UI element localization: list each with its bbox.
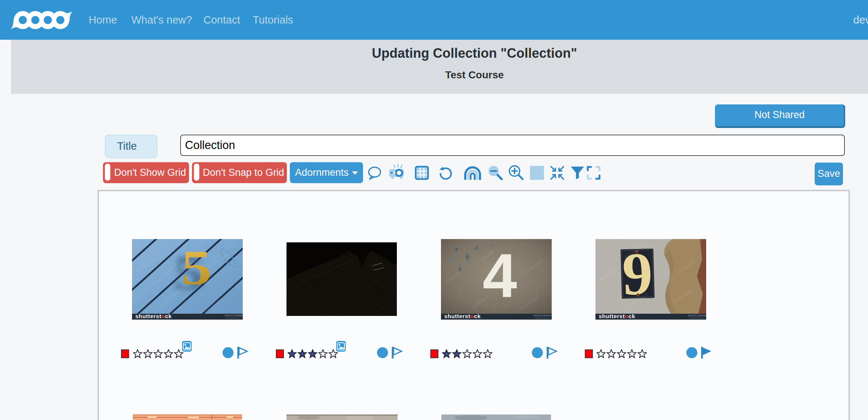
svg-text:IMAGE ID: 225944861: IMAGE ID: 225944861	[688, 314, 706, 317]
svg-text:www.shutterstock.com: www.shutterstock.com	[535, 317, 550, 319]
svg-text:5: 5	[181, 241, 211, 295]
svg-text:shutterstock: shutterstock	[135, 313, 172, 319]
svg-text:www.shutterstock.com: www.shutterstock.com	[690, 317, 704, 319]
svg-text:IMAGE ID: 95949073: IMAGE ID: 95949073	[534, 314, 551, 317]
svg-text:www.shutterstock.com: www.shutterstock.com	[226, 317, 241, 319]
svg-text:shutterstock: shutterstock	[599, 313, 635, 319]
svg-text:IMAGE ID: 573864865: IMAGE ID: 573864865	[225, 314, 243, 317]
svg-text:shutterstock: shutterstock	[444, 313, 481, 319]
svg-text:4: 4	[483, 241, 517, 310]
